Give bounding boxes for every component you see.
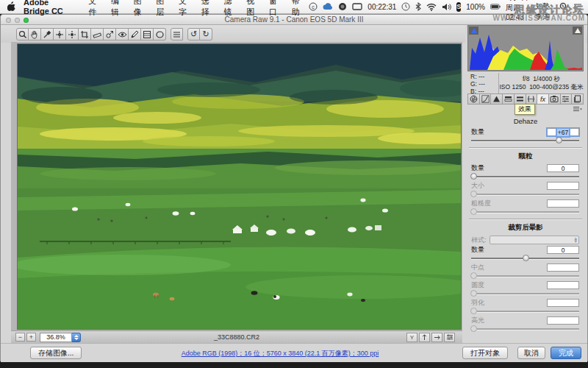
white-balance-tool-icon[interactable] — [41, 28, 54, 40]
open-object-button[interactable]: 打开对象 — [462, 347, 508, 359]
workflow-options-link[interactable]: Adobe RGB (1998)；16 位；5760 x 3840 (22.1 … — [182, 350, 379, 357]
tab-snapshots[interactable] — [572, 93, 584, 105]
zoom-in-button[interactable]: + — [26, 333, 36, 342]
menu-filter[interactable]: 滤镜 — [223, 0, 236, 18]
effects-sections: Dehaze 数量 +67 颗粒 数量 0 大小 — [467, 114, 584, 333]
highlight-clipping-indicator[interactable] — [573, 26, 582, 35]
vignette-feather-label: 羽化 — [471, 298, 484, 308]
panel-tabs: fx — [467, 93, 584, 105]
menu-user[interactable]: @良知塾 李涛 — [535, 0, 554, 22]
vignette-style-dropdown: ▴▾ — [490, 236, 579, 244]
g-value: --- — [478, 80, 485, 88]
shadow-clipping-indicator[interactable] — [469, 26, 478, 35]
radial-filter-tool-icon[interactable] — [154, 28, 166, 40]
aperture-value: f/8 — [523, 75, 529, 82]
grain-roughness-value — [547, 199, 579, 208]
menu-image[interactable]: 图像 — [134, 0, 146, 18]
dialog-bottom-bar: 存储图像... Adobe RGB (1998)；16 位；5760 x 384… — [1, 343, 587, 362]
swap-before-after-icon[interactable] — [419, 333, 430, 342]
grain-heading: 颗粒 — [467, 152, 584, 161]
zoom-out-button[interactable]: − — [15, 333, 25, 342]
tab-tone-curve[interactable] — [480, 93, 492, 105]
menu-window[interactable]: 窗口 — [269, 0, 282, 18]
graduated-filter-tool-icon[interactable] — [141, 28, 154, 40]
zoom-tool-icon[interactable] — [16, 28, 29, 40]
menu-date[interactable]: 7月2日 周四 02:43 — [506, 0, 530, 21]
menu-app-name[interactable]: Adobe Bridge CC — [24, 0, 74, 15]
s-app-icon[interactable]: S — [456, 2, 461, 12]
apple-menu-icon[interactable] — [7, 1, 16, 13]
volume-icon[interactable] — [442, 1, 451, 12]
vignette-highlights-value — [547, 316, 579, 325]
tab-hsl-grayscale[interactable] — [503, 93, 514, 105]
bluetooth-icon[interactable] — [415, 1, 421, 12]
preferences-tool-icon[interactable] — [171, 28, 183, 40]
svg-text:c: c — [312, 4, 315, 10]
menu-file[interactable]: 文件 — [88, 0, 101, 18]
menu-edit[interactable]: 编辑 — [111, 0, 123, 18]
menu-select[interactable]: 选择 — [201, 0, 214, 18]
shutter-value: 1/4000 秒 — [533, 75, 560, 82]
dehaze-amount-value[interactable]: +67 — [547, 128, 579, 136]
cancel-button[interactable]: 取消 — [517, 347, 545, 359]
license-status-icon[interactable]: c — [309, 1, 318, 12]
spot-removal-tool-icon[interactable] — [104, 28, 116, 40]
done-button[interactable]: 完成 — [551, 347, 581, 359]
photo-preview[interactable] — [17, 43, 462, 330]
zoom-level-stepper[interactable] — [72, 333, 81, 342]
notification-center-icon[interactable] — [573, 1, 582, 12]
tab-detail[interactable] — [491, 93, 503, 105]
targeted-adjustment-tool-icon[interactable] — [66, 28, 79, 40]
tab-split-toning[interactable] — [514, 93, 526, 105]
rotate-left-icon[interactable]: ↺ — [187, 28, 200, 40]
tab-effects[interactable]: fx — [537, 93, 549, 105]
rotate-right-icon[interactable]: ↻ — [200, 28, 212, 40]
panel-flyout-menu-icon[interactable] — [573, 106, 582, 113]
spotlight-search-icon[interactable] — [559, 1, 568, 12]
straighten-tool-icon[interactable] — [91, 28, 104, 40]
copy-settings-icon[interactable] — [431, 333, 442, 342]
vignette-heading: 裁剪后晕影 — [467, 223, 584, 233]
before-after-cycle-icon[interactable]: Y — [406, 333, 417, 342]
adjustment-brush-tool-icon[interactable] — [129, 28, 141, 40]
clock-icon[interactable] — [401, 1, 410, 12]
tab-presets[interactable] — [561, 93, 573, 105]
tab-lens-corrections[interactable] — [526, 93, 538, 105]
screen: Adobe Bridge CC 文件 编辑 图像 图层 文字 选择 滤镜 视图 … — [0, 0, 588, 368]
vignette-midpoint-label: 中点 — [471, 263, 484, 272]
section-divider — [469, 219, 582, 220]
grain-amount-label: 数量 — [471, 163, 484, 173]
vignette-feather-value — [547, 299, 579, 307]
r-label: R: — [470, 73, 477, 80]
vignette-style-label: 样式: — [471, 236, 487, 245]
camera-info: R: --- G: --- B: --- f/8 1/4000 秒 ISO 12… — [467, 73, 584, 93]
dehaze-amount-slider[interactable] — [471, 137, 579, 144]
dehaze-amount-label: 数量 — [471, 127, 484, 137]
save-image-button[interactable]: 存储图像... — [30, 347, 82, 359]
screen-record-icon[interactable] — [352, 1, 362, 12]
preview-preferences-icon[interactable] — [444, 333, 455, 342]
iso-value: ISO 1250 — [499, 83, 526, 91]
zoom-level-value[interactable]: 36.8% — [40, 333, 72, 342]
camera-utility-icon[interactable] — [338, 1, 347, 12]
vignette-amount-slider[interactable] — [471, 255, 579, 262]
menu-type[interactable]: 文字 — [179, 0, 191, 18]
vignette-midpoint-value — [547, 263, 579, 272]
menu-view[interactable]: 视图 — [246, 0, 259, 18]
vignette-amount-value[interactable]: 0 — [547, 246, 579, 254]
dehaze-heading: Dehaze — [467, 117, 584, 125]
menu-layer[interactable]: 图层 — [156, 0, 168, 18]
tab-basic[interactable] — [467, 93, 480, 105]
camera-raw-dialog: Camera Raw 9.1 - Canon EOS 5D Mark III ↺… — [0, 14, 588, 361]
creative-cloud-icon[interactable] — [323, 1, 333, 12]
wifi-icon[interactable] — [426, 1, 437, 12]
color-sampler-tool-icon[interactable] — [54, 28, 66, 40]
hand-tool-icon[interactable] — [29, 28, 41, 40]
grain-amount-value[interactable]: 0 — [547, 164, 579, 172]
menu-help[interactable]: 帮助 — [292, 0, 304, 18]
tab-camera-calibration[interactable] — [549, 93, 561, 105]
battery-percent: 100% — [466, 3, 485, 11]
crop-tool-icon[interactable] — [79, 28, 91, 40]
red-eye-tool-icon[interactable] — [116, 28, 129, 40]
grain-amount-slider[interactable] — [471, 173, 579, 180]
